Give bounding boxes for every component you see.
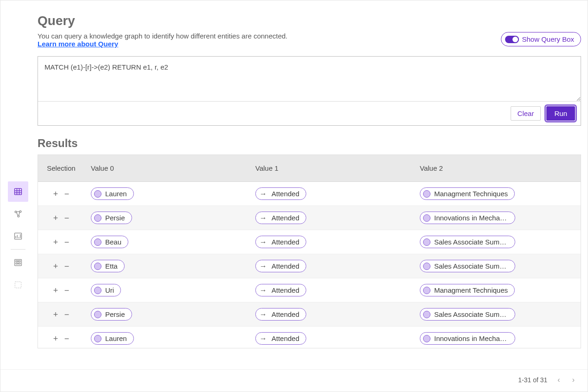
remove-icon[interactable]: − — [63, 238, 70, 246]
remove-icon[interactable]: − — [63, 214, 70, 222]
entity-chip[interactable]: Managment Techniques — [420, 284, 515, 296]
value-2-cell: Sales Associate Summit — [413, 302, 581, 327]
filter-icon[interactable] — [8, 252, 28, 273]
add-icon[interactable]: + — [52, 190, 59, 198]
entity-chip[interactable]: Managment Techniques — [420, 187, 515, 200]
entity-chip[interactable]: Sales Associate Summit — [420, 260, 515, 272]
run-button[interactable]: Run — [546, 106, 575, 121]
col-value-2: Value 2 — [413, 155, 581, 182]
entity-label: Persie — [105, 310, 125, 318]
chart-view-icon[interactable] — [8, 226, 28, 246]
value-2-cell: Managment Techniques — [413, 278, 581, 302]
entity-label: Persie — [105, 214, 125, 222]
add-icon[interactable]: + — [52, 214, 59, 222]
query-input[interactable] — [38, 57, 581, 101]
table-row: +−Lauren→AttendedInnovations in Mechanic… — [38, 327, 581, 349]
entity-chip[interactable]: Sales Associate Summit — [420, 308, 515, 321]
relation-label: Attended — [272, 190, 299, 198]
entity-label: Managment Techniques — [434, 286, 508, 294]
entity-label: Sales Associate Summit — [434, 262, 508, 270]
entity-label: Innovations in Mechanical… — [434, 334, 508, 342]
graph-view-icon[interactable] — [8, 204, 28, 224]
selection-cell: +− — [38, 206, 84, 230]
show-query-box-toggle[interactable]: Show Query Box — [501, 32, 581, 46]
entity-dot-icon — [94, 335, 101, 342]
remove-icon[interactable]: − — [63, 286, 70, 295]
clear-button[interactable]: Clear — [511, 106, 541, 121]
entity-label: Innovations in Mechanical… — [434, 214, 508, 222]
value-0-cell: Persie — [84, 302, 249, 327]
entity-dot-icon — [423, 311, 430, 318]
pager: 1-31 of 31 ‹ › — [509, 372, 576, 388]
value-0-cell: Etta — [84, 254, 249, 278]
selection-cell: +− — [38, 254, 84, 278]
entity-dot-icon — [94, 263, 101, 270]
svg-rect-15 — [16, 263, 18, 264]
add-icon[interactable]: + — [52, 262, 59, 270]
entity-dot-icon — [94, 190, 101, 198]
remove-icon[interactable]: − — [63, 262, 70, 270]
entity-dot-icon — [94, 311, 101, 318]
selection-cell: +− — [38, 182, 84, 206]
relation-chip[interactable]: →Attended — [255, 212, 306, 224]
arrow-right-icon: → — [259, 311, 268, 318]
pager-prev-icon[interactable]: ‹ — [556, 374, 562, 386]
entity-chip[interactable]: Lauren — [91, 332, 134, 345]
entity-chip[interactable]: Innovations in Mechanical… — [420, 332, 515, 345]
entity-label: Uri — [105, 286, 114, 294]
add-icon[interactable]: + — [52, 310, 59, 319]
add-icon[interactable]: + — [52, 334, 59, 343]
arrow-right-icon: → — [259, 238, 268, 246]
value-1-cell: →Attended — [249, 278, 413, 302]
value-2-cell: Managment Techniques — [413, 182, 581, 206]
view-rail — [8, 181, 28, 295]
entity-chip[interactable]: Etta — [91, 260, 125, 272]
relation-chip[interactable]: →Attended — [255, 308, 306, 321]
entity-chip[interactable]: Beau — [91, 236, 128, 248]
entity-chip[interactable]: Persie — [91, 212, 132, 224]
entity-chip[interactable]: Persie — [91, 308, 132, 321]
remove-icon[interactable]: − — [63, 334, 70, 343]
entity-dot-icon — [94, 238, 101, 246]
relation-chip[interactable]: →Attended — [255, 332, 306, 345]
add-icon[interactable]: + — [52, 286, 59, 295]
value-2-cell: Innovations in Mechanical… — [413, 327, 581, 349]
table-row: +−Lauren→AttendedManagment Techniques — [38, 182, 581, 206]
entity-chip[interactable]: Uri — [91, 284, 121, 296]
learn-more-link[interactable]: Learn more about Query — [38, 40, 118, 48]
svg-rect-17 — [15, 282, 21, 288]
entity-dot-icon — [423, 287, 430, 294]
table-row: +−Beau→AttendedSales Associate Summit — [38, 230, 581, 254]
value-0-cell: Uri — [84, 278, 249, 302]
pager-next-icon[interactable]: › — [570, 374, 576, 386]
query-actions: Clear Run — [38, 101, 581, 125]
value-1-cell: →Attended — [249, 182, 413, 206]
table-view-icon[interactable] — [8, 181, 28, 202]
svg-rect-14 — [19, 261, 20, 262]
col-selection: Selection — [38, 155, 84, 182]
toggle-switch-icon — [505, 36, 519, 43]
entity-chip[interactable]: Lauren — [91, 187, 134, 200]
relation-chip[interactable]: →Attended — [255, 260, 306, 272]
entity-chip[interactable]: Innovations in Mechanical… — [420, 212, 515, 224]
svg-rect-16 — [19, 263, 20, 264]
add-icon[interactable]: + — [52, 238, 59, 246]
relation-chip[interactable]: →Attended — [255, 187, 306, 200]
selection-icon — [8, 275, 28, 295]
relation-chip[interactable]: →Attended — [255, 236, 306, 248]
selection-cell: +− — [38, 278, 84, 302]
results-scroll[interactable]: Selection Value 0 Value 1 Value 2 +−Laur… — [38, 155, 581, 348]
results-table: Selection Value 0 Value 1 Value 2 +−Laur… — [38, 155, 581, 348]
value-2-cell: Sales Associate Summit — [413, 230, 581, 254]
relation-label: Attended — [272, 334, 299, 342]
entity-label: Lauren — [105, 190, 127, 198]
relation-label: Attended — [272, 286, 299, 294]
relation-label: Attended — [272, 310, 299, 318]
remove-icon[interactable]: − — [63, 310, 70, 319]
toggle-label: Show Query Box — [522, 35, 574, 43]
table-row: +−Persie→AttendedSales Associate Summit — [38, 302, 581, 327]
remove-icon[interactable]: − — [63, 190, 70, 198]
value-1-cell: →Attended — [249, 206, 413, 230]
entity-chip[interactable]: Sales Associate Summit — [420, 236, 515, 248]
relation-chip[interactable]: →Attended — [255, 284, 306, 296]
